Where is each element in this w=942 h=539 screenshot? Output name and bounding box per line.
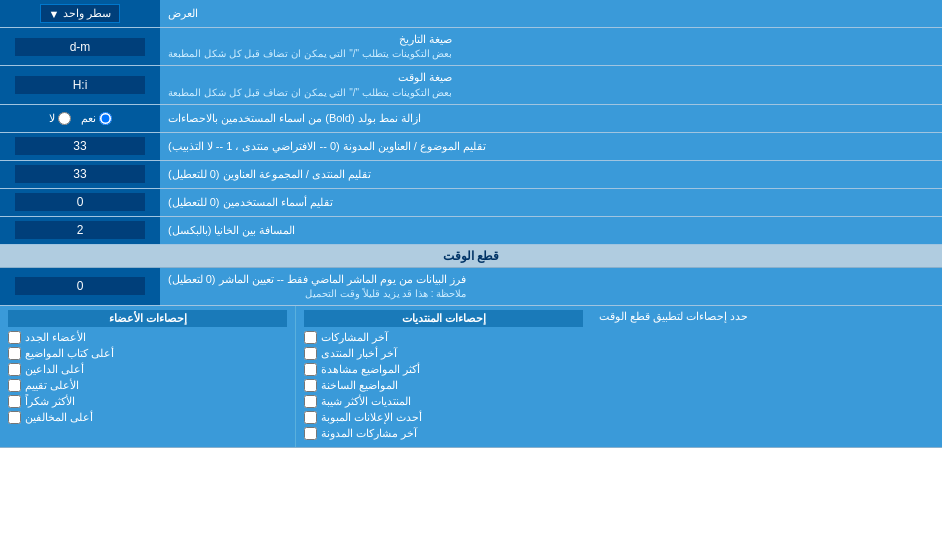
members-order-input[interactable] bbox=[0, 189, 160, 216]
cb-forum-news: آخر أخبار المنتدى bbox=[304, 347, 583, 360]
time-cut-input[interactable] bbox=[0, 268, 160, 305]
time-cut-section-header: قطع الوقت bbox=[0, 245, 942, 268]
time-format-label: صيغة الوقت بعض التكوينات يتطلب "/" التي … bbox=[160, 66, 942, 103]
date-format-input[interactable] bbox=[0, 28, 160, 65]
members-order-label: تقليم أسماء المستخدمين (0 للتعطيل) bbox=[160, 189, 942, 216]
cb-ads: أحدث الإعلانات المبوبة bbox=[304, 411, 583, 424]
display-mode-dropdown[interactable]: سطر واحد ▼ bbox=[40, 4, 121, 23]
spacing-field[interactable] bbox=[15, 221, 145, 239]
time-cut-row: فرز البيانات من يوم الماشر الماضي فقط --… bbox=[0, 268, 942, 306]
time-format-input[interactable] bbox=[0, 66, 160, 103]
time-format-field[interactable] bbox=[15, 76, 145, 94]
display-mode-row: العرض سطر واحد ▼ bbox=[0, 0, 942, 28]
cb-most-active-check[interactable] bbox=[304, 395, 317, 408]
cb-top-rated-check[interactable] bbox=[8, 379, 21, 392]
checkboxes-area: حدد إحصاءات لتطبيق قطع الوقت إحصاءات الم… bbox=[0, 306, 942, 448]
cb-blog-posts: آخر مشاركات المدونة bbox=[304, 427, 583, 440]
cb-top-violators-check[interactable] bbox=[8, 411, 21, 424]
remove-bold-input: نعم لا bbox=[0, 105, 160, 132]
remove-bold-label: ازالة نمط بولد (Bold) من اسماء المستخدمي… bbox=[160, 105, 942, 132]
forum-order-row: تقليم المنتدى / المجموعة العناوين (0 للت… bbox=[0, 161, 942, 189]
dropdown-arrow-icon: ▼ bbox=[49, 8, 60, 20]
remove-bold-no[interactable]: لا bbox=[49, 112, 71, 125]
date-format-row: صيغة التاريخ بعض التكوينات يتطلب "/" الت… bbox=[0, 28, 942, 66]
cb-hot-topics-check[interactable] bbox=[304, 379, 317, 392]
forum-stats-col: إحصاءات المنتديات آخر المشاركات آخر أخبا… bbox=[295, 306, 591, 447]
cb-most-viewed-check[interactable] bbox=[304, 363, 317, 376]
forum-order-label: تقليم المنتدى / المجموعة العناوين (0 للت… bbox=[160, 161, 942, 188]
cb-last-posts: آخر المشاركات bbox=[304, 331, 583, 344]
members-order-field[interactable] bbox=[15, 193, 145, 211]
cb-top-writers-check[interactable] bbox=[8, 347, 21, 360]
cb-top-violators: أعلى المخالفين bbox=[8, 411, 287, 424]
spacing-input[interactable] bbox=[0, 217, 160, 244]
cb-hot-topics: المواضيع الساخنة bbox=[304, 379, 583, 392]
cb-most-thanks-check[interactable] bbox=[8, 395, 21, 408]
cb-most-viewed: أكثر المواضيع مشاهدة bbox=[304, 363, 583, 376]
time-format-row: صيغة الوقت بعض التكوينات يتطلب "/" التي … bbox=[0, 66, 942, 104]
cb-top-writers: أعلى كتاب المواضيع bbox=[8, 347, 287, 360]
cb-blog-posts-check[interactable] bbox=[304, 427, 317, 440]
time-cut-label: فرز البيانات من يوم الماشر الماضي فقط --… bbox=[160, 268, 942, 305]
display-mode-input[interactable]: سطر واحد ▼ bbox=[0, 0, 160, 27]
subject-order-label: تقليم الموضوع / العناوين المدونة (0 -- ا… bbox=[160, 133, 942, 160]
cb-top-inviters-check[interactable] bbox=[8, 363, 21, 376]
remove-bold-radio-group: نعم لا bbox=[49, 112, 112, 125]
time-cut-field[interactable] bbox=[15, 277, 145, 295]
forum-stats-header: إحصاءات المنتديات bbox=[304, 310, 583, 327]
date-format-label: صيغة التاريخ بعض التكوينات يتطلب "/" الت… bbox=[160, 28, 942, 65]
subject-order-input[interactable] bbox=[0, 133, 160, 160]
display-mode-label: العرض bbox=[160, 0, 942, 27]
cb-last-posts-check[interactable] bbox=[304, 331, 317, 344]
cb-most-thanks: الأكثر شكراً bbox=[8, 395, 287, 408]
cb-top-rated: الأعلى تقييم bbox=[8, 379, 287, 392]
members-order-row: تقليم أسماء المستخدمين (0 للتعطيل) bbox=[0, 189, 942, 217]
limit-section: حدد إحصاءات لتطبيق قطع الوقت bbox=[591, 306, 942, 447]
member-stats-header: إحصاءات الأعضاء bbox=[8, 310, 287, 327]
remove-bold-yes[interactable]: نعم bbox=[81, 112, 112, 125]
forum-order-field[interactable] bbox=[15, 165, 145, 183]
cb-new-members: الأعضاء الجدد bbox=[8, 331, 287, 344]
member-stats-col: إحصاءات الأعضاء الأعضاء الجدد أعلى كتاب … bbox=[0, 306, 295, 447]
cb-ads-check[interactable] bbox=[304, 411, 317, 424]
subject-order-field[interactable] bbox=[15, 137, 145, 155]
cb-new-members-check[interactable] bbox=[8, 331, 21, 344]
remove-bold-row: ازالة نمط بولد (Bold) من اسماء المستخدمي… bbox=[0, 105, 942, 133]
forum-order-input[interactable] bbox=[0, 161, 160, 188]
spacing-label: المسافة بين الخانيا (بالبكسل) bbox=[160, 217, 942, 244]
cb-top-inviters: أعلى الداعين bbox=[8, 363, 287, 376]
spacing-row: المسافة بين الخانيا (بالبكسل) bbox=[0, 217, 942, 245]
date-format-field[interactable] bbox=[15, 38, 145, 56]
cb-most-active: المنتديات الأكثر شيبة bbox=[304, 395, 583, 408]
cb-forum-news-check[interactable] bbox=[304, 347, 317, 360]
subject-order-row: تقليم الموضوع / العناوين المدونة (0 -- ا… bbox=[0, 133, 942, 161]
